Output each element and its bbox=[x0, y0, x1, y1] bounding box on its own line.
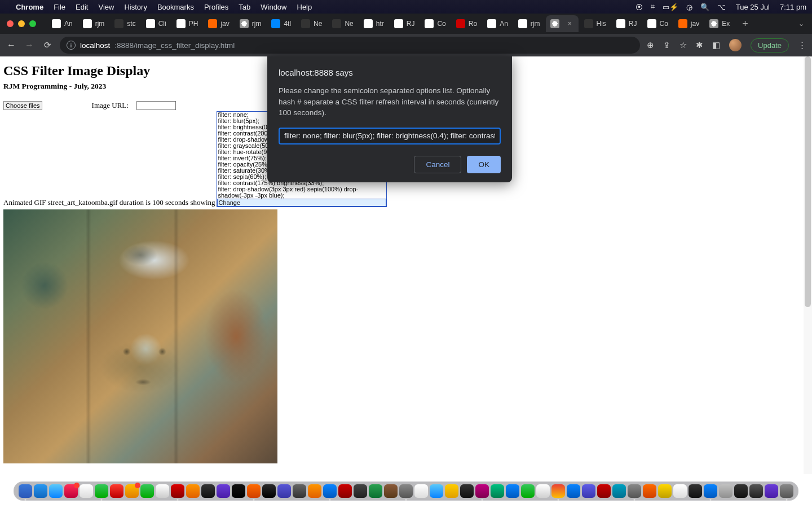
reload-button[interactable]: ⟳ bbox=[42, 40, 53, 50]
dock-app-icon[interactable] bbox=[277, 484, 291, 498]
dock-app-icon[interactable] bbox=[293, 484, 306, 498]
dock-app-icon[interactable] bbox=[430, 484, 443, 498]
dock-app-icon[interactable] bbox=[719, 484, 732, 498]
menubar-time[interactable]: 7:11 pm bbox=[780, 3, 806, 11]
dock-app-icon[interactable] bbox=[673, 484, 687, 498]
browser-tab[interactable]: An bbox=[47, 15, 77, 32]
menubar-date[interactable]: Tue 25 Jul bbox=[736, 3, 770, 11]
dock-app-icon[interactable] bbox=[354, 484, 367, 498]
omnibox[interactable]: i localhost:8888/image_css_filter_displa… bbox=[60, 37, 640, 54]
menu-edit[interactable]: Edit bbox=[76, 3, 88, 11]
browser-tab[interactable]: An bbox=[483, 15, 513, 32]
dock-app-icon[interactable] bbox=[140, 484, 154, 498]
tab-close-button[interactable]: × bbox=[566, 20, 574, 28]
browser-tab[interactable]: Cli bbox=[142, 15, 171, 32]
window-close-button[interactable] bbox=[7, 20, 14, 27]
dock-app-icon[interactable] bbox=[582, 484, 595, 498]
sidepanel-icon[interactable]: ◧ bbox=[712, 40, 720, 50]
browser-tab[interactable]: × bbox=[546, 15, 579, 32]
menu-bookmarks[interactable]: Bookmarks bbox=[157, 3, 194, 11]
dock-app-icon[interactable] bbox=[125, 484, 139, 498]
dock-app-icon[interactable] bbox=[323, 484, 337, 498]
browser-tab[interactable]: Ex bbox=[705, 15, 734, 32]
app-name[interactable]: Chrome bbox=[16, 3, 43, 11]
menu-file[interactable]: File bbox=[54, 3, 65, 11]
dock-app-icon[interactable] bbox=[460, 484, 474, 498]
update-button[interactable]: Update bbox=[751, 38, 789, 52]
dock-app-icon[interactable] bbox=[308, 484, 321, 498]
dock-app-icon[interactable] bbox=[734, 484, 748, 498]
dock-app-icon[interactable] bbox=[201, 484, 215, 498]
new-tab-button[interactable]: + bbox=[736, 18, 754, 30]
site-info-icon[interactable]: i bbox=[67, 41, 76, 50]
dock-app-icon[interactable] bbox=[232, 484, 245, 498]
wifi-icon[interactable]: ◶ bbox=[686, 3, 692, 11]
menu-help[interactable]: Help bbox=[297, 3, 312, 11]
dialog-input[interactable] bbox=[279, 128, 501, 144]
control-center-icon[interactable]: ⌥ bbox=[717, 3, 726, 11]
dock-app-icon[interactable] bbox=[171, 484, 184, 498]
menu-tab[interactable]: Tab bbox=[239, 3, 250, 11]
browser-tab[interactable]: Co bbox=[420, 15, 450, 32]
menu-window[interactable]: Window bbox=[261, 3, 286, 11]
dock-app-icon[interactable] bbox=[491, 484, 504, 498]
dock-app-icon[interactable] bbox=[414, 484, 428, 498]
bookmark-star-icon[interactable]: ☆ bbox=[679, 40, 687, 50]
browser-tab[interactable]: rjm bbox=[235, 15, 266, 32]
browser-tab[interactable]: RJ bbox=[390, 15, 420, 32]
dock-app-icon[interactable] bbox=[567, 484, 580, 498]
browser-tab[interactable]: Ne bbox=[297, 15, 326, 32]
dock-app-icon[interactable] bbox=[399, 484, 413, 498]
browser-tab[interactable]: stc bbox=[110, 15, 140, 32]
dock-app-icon[interactable] bbox=[643, 484, 656, 498]
browser-tab[interactable]: His bbox=[580, 15, 611, 32]
dock-app-icon[interactable] bbox=[19, 484, 32, 498]
dock-app-icon[interactable] bbox=[475, 484, 489, 498]
dock-app-icon[interactable] bbox=[445, 484, 458, 498]
menu-profiles[interactable]: Profiles bbox=[204, 3, 228, 11]
dock-app-icon[interactable] bbox=[765, 484, 778, 498]
dock-app-icon[interactable] bbox=[64, 484, 78, 498]
dock-app-icon[interactable] bbox=[262, 484, 276, 498]
dock-app-icon[interactable] bbox=[34, 484, 47, 498]
battery-icon[interactable]: ▭⚡ bbox=[663, 3, 678, 11]
browser-tab[interactable]: jav bbox=[674, 15, 704, 32]
dialog-cancel-button[interactable]: Cancel bbox=[414, 156, 461, 173]
dock-app-icon[interactable] bbox=[597, 484, 611, 498]
dock-app-icon[interactable] bbox=[384, 484, 398, 498]
choose-files-button[interactable]: Choose files bbox=[3, 101, 42, 110]
browser-tab[interactable]: RJ bbox=[612, 15, 642, 32]
dialog-ok-button[interactable]: OK bbox=[467, 156, 501, 173]
filter-option[interactable]: filter: drop-shadow(3px 3px red) sepia(1… bbox=[217, 186, 386, 199]
dock-app-icon[interactable] bbox=[704, 484, 717, 498]
dock-app-icon[interactable] bbox=[247, 484, 261, 498]
browser-tab[interactable]: jav bbox=[204, 15, 233, 32]
dock-app-icon[interactable] bbox=[551, 484, 565, 498]
dock-app-icon[interactable] bbox=[217, 484, 230, 498]
dock-app-icon[interactable] bbox=[689, 484, 702, 498]
browser-tab[interactable]: rjm bbox=[514, 15, 545, 32]
scrollbar-thumb[interactable] bbox=[805, 56, 811, 307]
dock-app-icon[interactable] bbox=[658, 484, 672, 498]
window-zoom-button[interactable] bbox=[29, 20, 36, 27]
window-minimize-button[interactable] bbox=[18, 20, 25, 27]
dock-app-icon[interactable] bbox=[49, 484, 63, 498]
chrome-menu-icon[interactable]: ⋮ bbox=[798, 40, 806, 50]
dock-app-icon[interactable] bbox=[521, 484, 535, 498]
profile-avatar[interactable] bbox=[729, 39, 742, 51]
dock-app-icon[interactable] bbox=[110, 484, 123, 498]
spotlight-icon[interactable]: 🔍 bbox=[700, 3, 709, 11]
extensions-icon[interactable]: ✱ bbox=[696, 40, 703, 50]
back-button[interactable]: ← bbox=[6, 40, 17, 50]
dock-app-icon[interactable] bbox=[95, 484, 108, 498]
dock-app-icon[interactable] bbox=[628, 484, 641, 498]
menu-history[interactable]: History bbox=[124, 3, 147, 11]
forward-button[interactable]: → bbox=[24, 40, 35, 50]
dock-app-icon[interactable] bbox=[186, 484, 200, 498]
dock-app-icon[interactable] bbox=[156, 484, 169, 498]
dock-app-icon[interactable] bbox=[612, 484, 626, 498]
all-tabs-button[interactable]: ⌄ bbox=[791, 20, 812, 28]
vertical-scrollbar[interactable] bbox=[804, 56, 812, 474]
dock-app-icon[interactable] bbox=[536, 484, 550, 498]
dock-app-icon[interactable] bbox=[749, 484, 763, 498]
